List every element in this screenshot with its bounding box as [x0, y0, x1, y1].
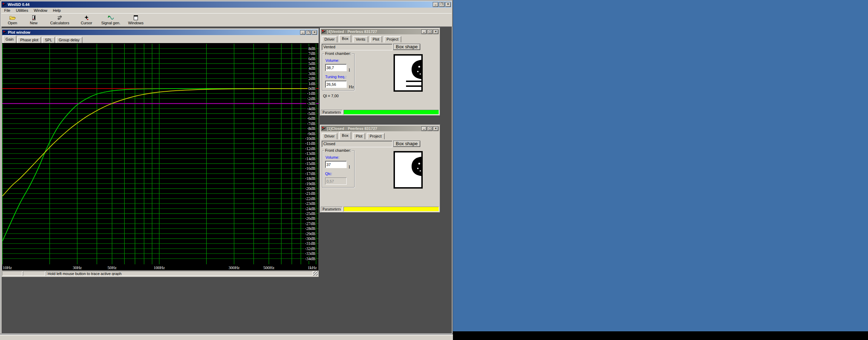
app-title: WinISD 0.44 [8, 2, 30, 7]
windows-icon [132, 15, 139, 20]
volume-label: Volume: [325, 58, 339, 63]
tab-project[interactable]: Project [384, 36, 401, 42]
minimize-button[interactable]: _ [421, 30, 427, 34]
menu-item-help[interactable]: Help [50, 8, 64, 13]
y-axis-label: -22dB [305, 196, 315, 201]
cursor-icon [83, 15, 90, 20]
restore-button[interactable]: ❐ [439, 2, 445, 7]
y-axis-label: -9dB [307, 131, 315, 136]
y-axis-label: 8dB [308, 46, 315, 51]
close-button[interactable]: ✕ [445, 2, 451, 7]
new-document-icon [30, 15, 37, 20]
y-axis-label: 5dB [308, 61, 315, 66]
y-axis-label: 2dB [308, 76, 315, 81]
tab-driver[interactable]: Driver [322, 36, 337, 42]
minimize-button[interactable]: _ [421, 126, 427, 131]
parameters-progress-bar [344, 207, 439, 212]
volume-input[interactable] [325, 161, 347, 168]
gain-plot-area[interactable]: 8dB7dB6dB5dB4dB3dB2dB1dB0dB-1dB-2dB-3dB-… [2, 43, 319, 271]
volume-input[interactable] [325, 64, 347, 71]
tab-box[interactable]: Box [339, 35, 351, 42]
close-button[interactable]: ✕ [433, 126, 438, 131]
y-axis-label: -17dB [305, 171, 315, 176]
tab-vents[interactable]: Vents [353, 36, 368, 42]
y-axis-label: -31dB [305, 241, 315, 246]
menu-item-utilities[interactable]: Utilities [13, 8, 31, 13]
y-axis-label: -14dB [305, 156, 315, 161]
y-axis-label: -34dB [305, 256, 315, 261]
box-shape-button[interactable]: Box shape [393, 141, 420, 147]
close-button[interactable]: ✕ [433, 30, 438, 34]
tab-phase-plot[interactable]: Phase plot [17, 37, 41, 43]
toolbar: OpenNewCalculatorsCursorSignal gen.Windo… [1, 13, 452, 26]
toolbar-button-label: Calculators [50, 21, 69, 25]
tab-project[interactable]: Project [367, 133, 384, 139]
tab-group-delay[interactable]: Group delay [56, 37, 82, 43]
y-axis-label: -26dB [305, 216, 315, 221]
toolbar-button-signal-gen[interactable]: Signal gen. [97, 14, 124, 26]
status-panel [2, 271, 22, 276]
y-axis-label: -1dB [307, 91, 315, 96]
y-axis-label: -24dB [305, 206, 315, 211]
y-axis-label: 7dB [308, 51, 315, 56]
x-axis-label: 50Hz [108, 265, 117, 270]
tab-driver[interactable]: Driver [322, 133, 337, 139]
x-axis-label: 10Hz [3, 265, 12, 270]
minimize-button[interactable]: _ [433, 2, 438, 7]
mdi-workspace: Plot window _❐✕ GainPhase plotSPLGroup d… [1, 26, 452, 334]
desktop[interactable] [453, 0, 868, 331]
tab-plot[interactable]: Plot [370, 36, 382, 42]
box-type-field: Vented [322, 44, 392, 50]
front-chamber-group: Front chamber: Volume: l Tuning freq.: H… [322, 53, 355, 91]
y-axis-label: -25dB [305, 211, 315, 216]
tab-spl[interactable]: SPL [42, 37, 55, 43]
winisd-app-icon [322, 126, 326, 131]
y-axis-label: -16dB [305, 166, 315, 171]
y-axis-label: -30dB [305, 236, 315, 241]
tab-plot[interactable]: Plot [353, 133, 365, 139]
menu-item-file[interactable]: File [1, 8, 13, 13]
y-axis-label: -11dB [305, 141, 315, 146]
menu-item-window[interactable]: Window [31, 8, 50, 13]
toolbar-button-label: Signal gen. [101, 21, 120, 25]
box-shape-button[interactable]: Box shape [393, 44, 420, 50]
minimize-button[interactable]: _ [300, 30, 305, 35]
plot-window-caption-buttons: _❐✕ [300, 30, 317, 35]
close-button[interactable]: ✕ [312, 30, 317, 35]
tuning-freq-unit: Hz [349, 84, 354, 90]
y-axis-label: 0dB [308, 86, 315, 91]
front-chamber-group: Front chamber: Volume: l Qtc: [322, 150, 355, 188]
toolbar-button-open[interactable]: Open [1, 14, 24, 26]
tuning-freq-input[interactable] [325, 81, 347, 88]
y-axis-label: -29dB [305, 231, 315, 236]
toolbar-button-cursor[interactable]: Cursor [76, 14, 97, 26]
vented-window-titlebar[interactable]: [4]Vented : Peerless 831727 _□✕ [321, 29, 439, 34]
gain-chart[interactable]: 8dB7dB6dB5dB4dB3dB2dB1dB0dB-1dB-2dB-3dB-… [2, 43, 319, 271]
y-axis-label: -8dB [307, 126, 315, 131]
vented-window: [4]Vented : Peerless 831727 _□✕ DriverBo… [320, 27, 440, 116]
volume-label: Volume: [325, 155, 339, 159]
toolbar-button-label: Windows [128, 21, 144, 25]
toolbar-button-calculators[interactable]: Calculators [44, 14, 76, 26]
toolbar-button-windows[interactable]: Windows [124, 14, 147, 26]
tuning-freq-label: Tuning freq.: [325, 75, 346, 79]
tab-gain[interactable]: Gain [3, 35, 16, 43]
app-titlebar[interactable]: WinISD 0.44 _❐✕ [1, 1, 452, 8]
maximize-button[interactable]: □ [427, 126, 432, 131]
x-axis-label: 30Hz [73, 265, 82, 270]
resize-grip[interactable] [313, 271, 318, 276]
vented-tabs: DriverBoxVentsPlotProject [321, 35, 439, 42]
y-axis-label: -32dB [305, 246, 315, 251]
y-axis-label: -19dB [305, 181, 315, 186]
tab-box[interactable]: Box [339, 132, 351, 139]
toolbar-button-new[interactable]: New [24, 14, 44, 26]
plot-tabs: GainPhase plotSPLGroup delay [2, 35, 318, 43]
plot-window-titlebar[interactable]: Plot window _❐✕ [2, 30, 318, 35]
restore-button[interactable]: ❐ [306, 30, 311, 35]
closed-parameters-row: Parameters [320, 206, 440, 212]
maximize-button[interactable]: □ [427, 30, 432, 34]
closed-window-titlebar[interactable]: [1]Closed : Peerless 831727 _□✕ [321, 126, 439, 131]
y-axis-label: -20dB [305, 186, 315, 191]
winisd-app-icon [2, 2, 6, 7]
closed-box-shape-image [394, 151, 423, 189]
